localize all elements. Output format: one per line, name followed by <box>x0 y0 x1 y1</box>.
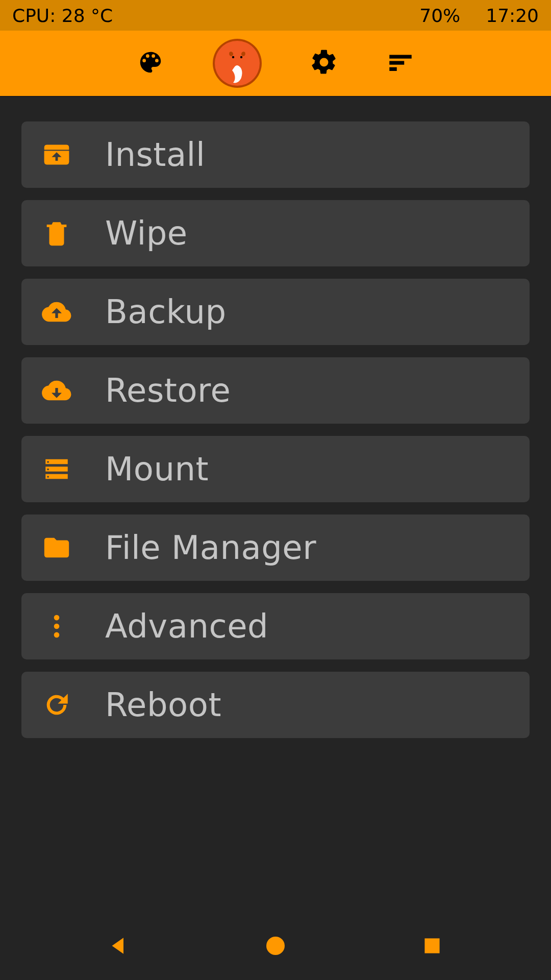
settings-button[interactable] <box>309 48 339 79</box>
gear-icon <box>309 47 339 79</box>
cpu-temp: CPU: 28 °C <box>12 5 113 26</box>
cloud-download-icon <box>42 376 71 405</box>
folder-icon <box>42 533 71 562</box>
svg-point-5 <box>54 624 60 629</box>
nav-recent[interactable] <box>409 924 455 970</box>
menu-label: Restore <box>105 372 231 409</box>
cloud-upload-icon <box>42 297 71 327</box>
storage-icon <box>42 454 71 484</box>
more-vert-icon <box>42 611 71 641</box>
trash-icon <box>42 218 71 248</box>
menu-backup[interactable]: Backup <box>21 279 530 345</box>
battery-percent: 70% <box>419 5 460 26</box>
status-bar: CPU: 28 °C 70% 17:20 <box>0 0 551 31</box>
svg-rect-8 <box>424 938 439 953</box>
square-recent-icon <box>419 933 445 961</box>
svg-point-7 <box>266 937 285 955</box>
menu-advanced[interactable]: Advanced <box>21 593 530 659</box>
menu-file-manager[interactable]: File Manager <box>21 514 530 581</box>
circle-home-icon <box>262 932 289 962</box>
svg-point-2 <box>232 56 234 58</box>
toolbar <box>0 31 551 97</box>
fox-logo-icon <box>212 81 263 91</box>
archive-download-icon <box>42 140 71 169</box>
menu-label: Advanced <box>105 607 268 645</box>
menu-wipe[interactable]: Wipe <box>21 200 530 266</box>
refresh-icon <box>42 690 71 720</box>
menu-label: Install <box>105 136 205 174</box>
svg-point-6 <box>54 632 60 638</box>
menu-label: Backup <box>105 293 227 331</box>
clock: 17:20 <box>486 5 539 26</box>
menu-label: File Manager <box>105 529 316 567</box>
app-logo[interactable] <box>212 38 263 89</box>
triangle-back-icon <box>105 932 133 962</box>
menu-label: Reboot <box>105 686 221 724</box>
sort-button[interactable] <box>385 48 416 79</box>
palette-icon <box>137 48 164 78</box>
svg-point-3 <box>240 56 242 58</box>
theme-button[interactable] <box>135 48 166 79</box>
nav-home[interactable] <box>253 924 298 970</box>
menu-label: Wipe <box>105 214 188 252</box>
nav-back[interactable] <box>96 924 142 970</box>
sort-icon <box>386 47 415 79</box>
main-menu: Install Wipe Backup Restore Mount File M… <box>0 97 551 914</box>
menu-reboot[interactable]: Reboot <box>21 672 530 738</box>
svg-point-4 <box>54 615 60 621</box>
menu-install[interactable]: Install <box>21 121 530 188</box>
nav-bar <box>0 914 551 980</box>
menu-restore[interactable]: Restore <box>21 357 530 424</box>
menu-mount[interactable]: Mount <box>21 436 530 502</box>
menu-label: Mount <box>105 450 209 488</box>
